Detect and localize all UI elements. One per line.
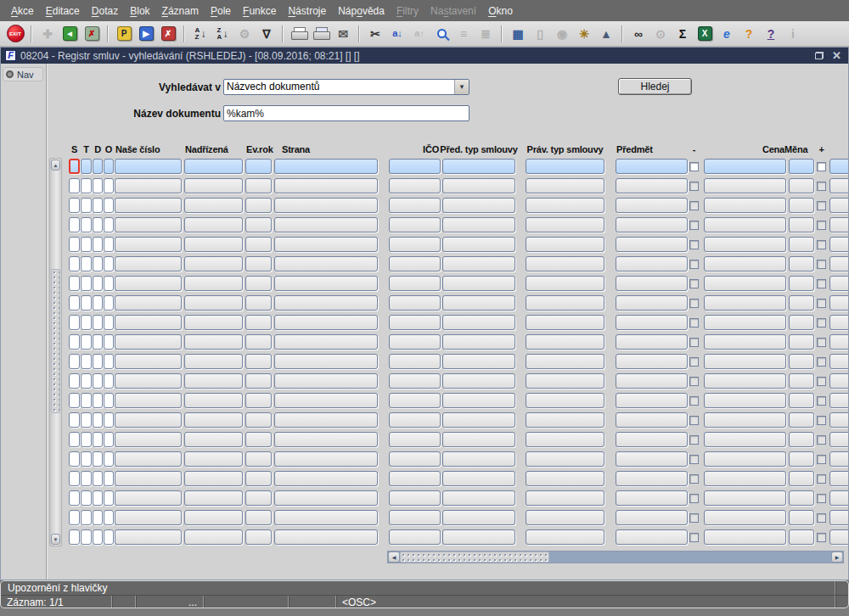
cell-minus[interactable] — [689, 435, 699, 445]
cell-o[interactable] — [104, 334, 114, 350]
cell-prav-typ[interactable] — [526, 198, 604, 213]
cell-next[interactable] — [829, 334, 848, 350]
search-in-combo-value[interactable] — [227, 80, 447, 93]
cell-t[interactable] — [81, 178, 92, 193]
cell-minus[interactable] — [689, 240, 699, 249]
cell-strana[interactable] — [274, 334, 378, 350]
search-icon[interactable] — [430, 24, 453, 44]
accept-record-icon[interactable]: ◄ — [59, 24, 81, 44]
cell-cena[interactable] — [704, 373, 786, 389]
cell-pred-typ[interactable] — [442, 490, 515, 506]
cell-predmet[interactable] — [616, 529, 688, 545]
cell-prav-typ[interactable] — [526, 393, 604, 408]
cell-nadrizena[interactable] — [184, 451, 243, 467]
cell-ico[interactable] — [389, 451, 441, 467]
cell-strana[interactable] — [274, 159, 378, 174]
cell-o[interactable] — [104, 256, 114, 272]
cell-strana[interactable] — [274, 529, 378, 545]
cell-minus[interactable] — [689, 201, 699, 210]
menu-item-nastroje[interactable]: Nástroje — [282, 5, 332, 17]
cell-nase-cislo[interactable] — [115, 276, 182, 291]
cell-minus[interactable] — [689, 182, 699, 191]
cell-nadrizena[interactable] — [184, 198, 243, 213]
cell-pred-typ[interactable] — [442, 471, 515, 486]
cell-next[interactable] — [829, 354, 848, 369]
cell-cena[interactable] — [704, 510, 786, 525]
cell-plus[interactable] — [817, 533, 826, 542]
cell-plus[interactable] — [817, 221, 826, 230]
cell-next[interactable] — [829, 490, 848, 506]
cell-pred-typ[interactable] — [442, 237, 515, 252]
cell-minus[interactable] — [689, 533, 699, 542]
search-button[interactable]: Hledej — [618, 78, 692, 95]
cell-ev-rok[interactable] — [245, 178, 272, 193]
cell-o[interactable] — [104, 354, 114, 369]
cell-mena[interactable] — [789, 256, 814, 272]
cell-mena[interactable] — [789, 432, 814, 447]
cell-mena[interactable] — [789, 159, 814, 174]
cell-o[interactable] — [104, 373, 114, 389]
cell-minus[interactable] — [689, 221, 699, 230]
cell-o[interactable] — [104, 178, 114, 193]
cell-ev-rok[interactable] — [245, 295, 272, 311]
cell-predmet[interactable] — [616, 237, 688, 252]
cell-strana[interactable] — [274, 471, 378, 486]
cell-nase-cislo[interactable] — [115, 198, 182, 213]
cell-strana[interactable] — [274, 451, 378, 467]
cell-d[interactable] — [93, 256, 103, 272]
cell-mena[interactable] — [789, 393, 814, 408]
cell-ico[interactable] — [389, 276, 441, 291]
cell-cena[interactable] — [704, 432, 786, 447]
cell-nadrizena[interactable] — [184, 354, 243, 369]
cell-next[interactable] — [829, 295, 848, 311]
cell-nadrizena[interactable] — [184, 373, 243, 389]
cell-minus[interactable] — [689, 494, 699, 503]
horizontal-scrollbar-thumb[interactable] — [400, 552, 549, 563]
cell-o[interactable] — [104, 471, 114, 486]
cell-t[interactable] — [81, 295, 92, 311]
cell-d[interactable] — [93, 490, 103, 506]
cell-pred-typ[interactable] — [442, 159, 515, 174]
cell-mena[interactable] — [789, 315, 814, 330]
print-setup-icon[interactable] — [310, 24, 332, 44]
cell-pred-typ[interactable] — [442, 412, 515, 428]
cell-cena[interactable] — [704, 529, 786, 545]
cell-mena[interactable] — [789, 295, 814, 311]
cell-mena[interactable] — [789, 490, 814, 506]
scroll-down-icon[interactable]: ▼ — [51, 534, 60, 545]
cell-cena[interactable] — [704, 334, 786, 350]
cell-prav-typ[interactable] — [526, 490, 604, 506]
cell-mena[interactable] — [789, 510, 814, 525]
cell-ico[interactable] — [389, 198, 441, 213]
cell-d[interactable] — [93, 334, 103, 350]
cell-d[interactable] — [93, 510, 103, 525]
cell-predmet[interactable] — [616, 451, 688, 467]
cell-plus[interactable] — [817, 240, 826, 249]
cell-plus[interactable] — [817, 416, 826, 425]
cell-predmet[interactable] — [616, 198, 688, 213]
cell-minus[interactable] — [689, 416, 699, 425]
cell-next[interactable] — [829, 432, 848, 447]
cell-predmet[interactable] — [616, 471, 688, 486]
cell-minus[interactable] — [689, 357, 699, 367]
cell-prav-typ[interactable] — [526, 432, 604, 447]
cell-predmet[interactable] — [616, 276, 688, 291]
cell-ev-rok[interactable] — [245, 334, 272, 350]
exit-button[interactable]: EXIT — [4, 24, 26, 44]
cell-minus[interactable] — [689, 474, 699, 484]
cell-nase-cislo[interactable] — [115, 490, 182, 506]
cell-predmet[interactable] — [616, 295, 688, 311]
cell-cena[interactable] — [704, 198, 786, 213]
clipboard-icon[interactable]: ▦ — [507, 24, 529, 44]
cell-mena[interactable] — [789, 276, 814, 291]
paste-icon[interactable]: a↓ — [386, 24, 408, 44]
menu-item-dotaz[interactable]: Dotaz — [86, 5, 124, 17]
cell-d[interactable] — [93, 354, 103, 369]
scroll-up-icon[interactable]: ▲ — [51, 160, 60, 171]
cell-cena[interactable] — [704, 256, 786, 272]
cell-plus[interactable] — [817, 377, 826, 386]
cell-strana[interactable] — [274, 178, 378, 193]
cell-prav-typ[interactable] — [526, 529, 604, 545]
cell-d[interactable] — [93, 412, 103, 428]
cell-cena[interactable] — [704, 451, 786, 467]
